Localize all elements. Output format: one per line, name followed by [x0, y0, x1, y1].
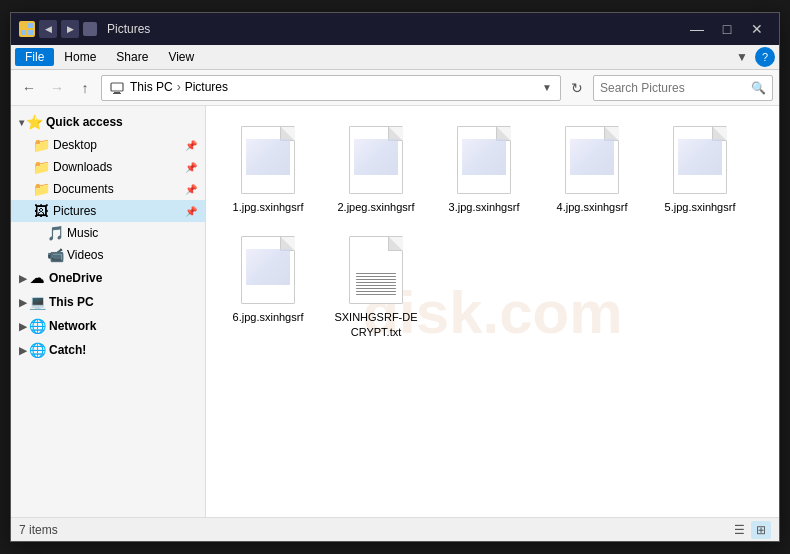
sidebar-section-quickaccess[interactable]: ▾ ⭐ Quick access	[11, 110, 205, 134]
sidebar-item-pictures[interactable]: 🖼 Pictures 📌	[11, 200, 205, 222]
help-button[interactable]: ?	[755, 47, 775, 67]
sidebar-section-thispc[interactable]: ▶ 💻 This PC	[11, 290, 205, 314]
svg-rect-4	[111, 83, 123, 91]
downloads-icon: 📁	[33, 159, 49, 175]
sidebar: ▾ ⭐ Quick access 📁 Desktop 📌 📁 Downloads…	[11, 106, 206, 517]
sidebar-music-label: Music	[67, 226, 197, 240]
quickaccess-star-icon: ⭐	[26, 114, 42, 130]
sidebar-item-documents[interactable]: 📁 Documents 📌	[11, 178, 205, 200]
file-icon-body	[565, 126, 619, 194]
search-box[interactable]: 🔍	[593, 75, 773, 101]
desktop-pin-icon: 📌	[185, 140, 197, 151]
menu-share[interactable]: Share	[106, 48, 158, 66]
file-item[interactable]: 4.jpg.sxinhgsrf	[542, 118, 642, 220]
title-bar-left: ◀ ▶ Pictures	[19, 20, 683, 38]
sidebar-thispc-label: This PC	[49, 295, 197, 309]
file-icon	[344, 234, 408, 306]
file-item[interactable]: 1.jpg.sxinhgsrf	[218, 118, 318, 220]
catch-chevron: ▶	[19, 345, 27, 356]
maximize-button[interactable]: □	[713, 19, 741, 39]
onedrive-icon: ☁	[29, 270, 45, 286]
file-icon-corner	[388, 237, 402, 251]
sidebar-item-videos[interactable]: 📹 Videos	[11, 244, 205, 266]
thispc-icon: 💻	[29, 294, 45, 310]
list-view-button[interactable]: ☰	[729, 521, 749, 539]
sidebar-desktop-label: Desktop	[53, 138, 183, 152]
file-icon-body	[349, 126, 403, 194]
file-icon	[344, 124, 408, 196]
back-button[interactable]: ←	[17, 76, 41, 100]
file-icon	[236, 234, 300, 306]
menu-bar: File Home Share View ▼ ?	[11, 45, 779, 69]
sidebar-item-music[interactable]: 🎵 Music	[11, 222, 205, 244]
file-icon	[560, 124, 624, 196]
file-item[interactable]: 5.jpg.sxinhgsrf	[650, 118, 750, 220]
address-dropdown-icon[interactable]: ▼	[542, 82, 552, 93]
sidebar-pictures-label: Pictures	[53, 204, 183, 218]
address-segment-pictures: Pictures	[185, 80, 228, 94]
sidebar-videos-label: Videos	[67, 248, 197, 262]
file-icon-image	[354, 139, 398, 175]
file-item[interactable]: 3.jpg.sxinhgsrf	[434, 118, 534, 220]
file-name: 2.jpeg.sxinhgsrf	[337, 200, 414, 214]
file-icon-image	[246, 139, 290, 175]
title-back-btn[interactable]: ◀	[39, 20, 57, 38]
search-input[interactable]	[600, 81, 751, 95]
file-name: 1.jpg.sxinhgsrf	[233, 200, 304, 214]
quickaccess-label: Quick access	[46, 115, 197, 129]
file-icon	[452, 124, 516, 196]
network-icon: 🌐	[29, 318, 45, 334]
menu-file[interactable]: File	[15, 48, 54, 66]
quickaccess-chevron: ▾	[19, 117, 24, 128]
pictures-pin-icon: 📌	[185, 206, 197, 217]
title-controls: — □ ✕	[683, 19, 771, 39]
file-item[interactable]: 2.jpeg.sxinhgsrf	[326, 118, 426, 220]
file-icon	[668, 124, 732, 196]
desktop-icon: 📁	[33, 137, 49, 153]
file-name: 4.jpg.sxinhgsrf	[557, 200, 628, 214]
sidebar-item-desktop[interactable]: 📁 Desktop 📌	[11, 134, 205, 156]
menu-home[interactable]: Home	[54, 48, 106, 66]
grid-view-button[interactable]: ⊞	[751, 521, 771, 539]
menu-view[interactable]: View	[158, 48, 204, 66]
explorer-window: ◀ ▶ Pictures — □ ✕ File Home Share View …	[10, 12, 780, 542]
file-content-area: disk.com 1.jpg.sxinhgsrf	[206, 106, 779, 517]
sidebar-network-label: Network	[49, 319, 197, 333]
file-icon-body	[241, 126, 295, 194]
file-item[interactable]: 6.jpg.sxinhgsrf	[218, 228, 318, 345]
file-icon-image	[678, 139, 722, 175]
minimize-button[interactable]: —	[683, 19, 711, 39]
main-area: ▾ ⭐ Quick access 📁 Desktop 📌 📁 Downloads…	[11, 106, 779, 517]
file-icon-body	[241, 236, 295, 304]
address-separator: ›	[177, 80, 181, 94]
documents-icon: 📁	[33, 181, 49, 197]
refresh-button[interactable]: ↻	[565, 76, 589, 100]
svg-rect-0	[21, 23, 26, 28]
window-title: Pictures	[107, 22, 150, 36]
forward-button[interactable]: →	[45, 76, 69, 100]
sidebar-documents-label: Documents	[53, 182, 183, 196]
status-view-buttons: ☰ ⊞	[729, 521, 771, 539]
file-icon-body	[673, 126, 727, 194]
file-icon-image	[462, 139, 506, 175]
downloads-pin-icon: 📌	[185, 162, 197, 173]
sidebar-item-downloads[interactable]: 📁 Downloads 📌	[11, 156, 205, 178]
sidebar-section-onedrive[interactable]: ▶ ☁ OneDrive	[11, 266, 205, 290]
file-name: 6.jpg.sxinhgsrf	[233, 310, 304, 324]
address-box[interactable]: This PC › Pictures ▼	[101, 75, 561, 101]
up-button[interactable]: ↑	[73, 76, 97, 100]
file-item[interactable]: SXINHGSRF-DECRYPT.txt	[326, 228, 426, 345]
sidebar-section-catch[interactable]: ▶ 🌐 Catch!	[11, 338, 205, 362]
file-icon-image	[246, 249, 290, 285]
address-segment-pc	[110, 80, 128, 95]
file-icon-body	[349, 236, 403, 304]
ribbon-dropdown-icon[interactable]: ▼	[733, 48, 751, 66]
thispc-chevron: ▶	[19, 297, 27, 308]
file-icon-lines	[356, 273, 396, 297]
title-forward-btn[interactable]: ▶	[61, 20, 79, 38]
ribbon: File Home Share View ▼ ?	[11, 45, 779, 70]
sidebar-section-network[interactable]: ▶ 🌐 Network	[11, 314, 205, 338]
close-button[interactable]: ✕	[743, 19, 771, 39]
address-path: This PC › Pictures	[110, 80, 228, 95]
title-pin	[83, 22, 97, 36]
